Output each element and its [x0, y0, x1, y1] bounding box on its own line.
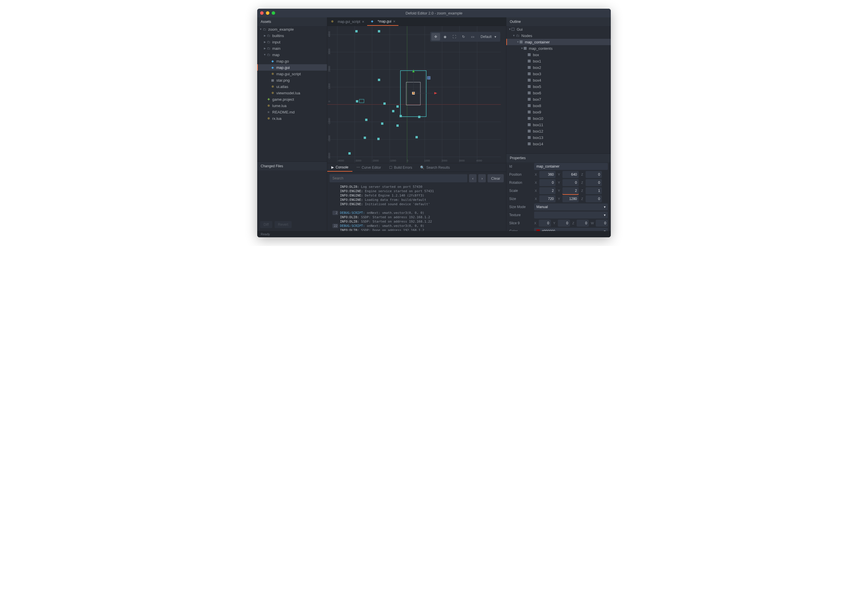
- size-y-input[interactable]: [562, 195, 579, 202]
- texture-dropdown[interactable]: ▾: [534, 211, 608, 219]
- editor-tab-map-gui_script[interactable]: ✲map.gui_script×: [327, 17, 367, 26]
- disclosure-icon[interactable]: ▼: [259, 28, 263, 31]
- tree-item-map-go[interactable]: ◆map.go: [257, 58, 327, 64]
- scene-node[interactable]: [356, 100, 358, 102]
- tree-item-box9[interactable]: box9: [506, 109, 611, 115]
- scene-node[interactable]: [364, 137, 366, 139]
- close-tab-icon[interactable]: ×: [362, 19, 364, 24]
- tree-item-map-gui_script[interactable]: ✲map.gui_script: [257, 71, 327, 77]
- scene-node[interactable]: [377, 138, 379, 140]
- rotation-z-input[interactable]: [586, 179, 602, 186]
- position-x-input[interactable]: [539, 171, 555, 178]
- prop-id-input[interactable]: [534, 163, 608, 170]
- scene-node[interactable]: [396, 105, 399, 108]
- tree-item-rx-lua[interactable]: ✲rx.lua: [257, 115, 327, 121]
- titlebar[interactable]: Defold Editor 2.0 - zoom_example: [257, 9, 611, 17]
- scene-viewport[interactable]: -4000-3000-2000-100001000200030004000 40…: [327, 26, 506, 163]
- tab-search-results[interactable]: 🔍Search Results: [416, 163, 454, 172]
- tree-item-box13[interactable]: box13: [506, 134, 611, 140]
- editor-tab--map-gui[interactable]: ◆*map.gui×: [367, 17, 399, 26]
- tree-item-box4[interactable]: box4: [506, 77, 611, 83]
- console-prev-button[interactable]: ‹: [469, 174, 477, 182]
- device-icon[interactable]: ▭: [468, 33, 477, 40]
- size-z-input[interactable]: [586, 195, 602, 202]
- slice-y-input[interactable]: [558, 220, 570, 226]
- disclosure-icon[interactable]: ▼: [263, 53, 266, 56]
- console-next-button[interactable]: ›: [478, 174, 486, 182]
- tab-curve-editor[interactable]: 〰Curve Editor: [353, 163, 385, 172]
- scene-node[interactable]: [400, 115, 402, 117]
- tree-item-box12[interactable]: box12: [506, 128, 611, 134]
- slice-w-input[interactable]: [596, 220, 608, 226]
- size-x-input[interactable]: [539, 195, 555, 202]
- disclosure-icon[interactable]: ▼: [512, 34, 515, 37]
- scene-node[interactable]: [396, 124, 399, 127]
- viewport-resolution-dropdown[interactable]: Default ▾: [478, 35, 499, 39]
- tab-console[interactable]: ▶Console: [327, 163, 353, 172]
- sizemode-dropdown[interactable]: Manual▾: [534, 203, 608, 210]
- tree-item-input[interactable]: ▶🗀input: [257, 39, 327, 45]
- tree-item-box3[interactable]: box3: [506, 71, 611, 77]
- scene-node[interactable]: [378, 30, 380, 33]
- scene-node[interactable]: [383, 102, 386, 105]
- tree-item-box6[interactable]: box6: [506, 90, 611, 96]
- close-tab-icon[interactable]: ×: [393, 19, 396, 24]
- tree-item-main[interactable]: ▶🗀main: [257, 45, 327, 52]
- tree-item-zoom_example[interactable]: ▼🗀zoom_example: [257, 26, 327, 33]
- console-clear-button[interactable]: Clear: [487, 174, 504, 182]
- diff-button[interactable]: Diff: [260, 221, 272, 228]
- tree-item-viewmodel-lua[interactable]: ✲viewmodel.lua: [257, 90, 327, 96]
- tree-item-Nodes[interactable]: ▼🗀Nodes: [506, 33, 611, 39]
- scale-x-input[interactable]: [539, 187, 555, 194]
- position-y-input[interactable]: [562, 171, 579, 178]
- tree-item-lume-lua[interactable]: ✲lume.lua: [257, 102, 327, 109]
- console-search-input[interactable]: [329, 174, 467, 182]
- disclosure-icon[interactable]: ▼: [516, 40, 520, 43]
- scale-z-input[interactable]: [586, 187, 602, 194]
- tree-item-README-md[interactable]: ≡README.md: [257, 109, 327, 115]
- tree-item-builtins[interactable]: ▶🗀builtins: [257, 33, 327, 39]
- disclosure-icon[interactable]: ▶: [263, 47, 266, 50]
- slice-x-input[interactable]: [539, 220, 551, 226]
- scene-node[interactable]: [355, 30, 357, 33]
- scene-node[interactable]: [348, 152, 351, 155]
- scene-node[interactable]: [415, 136, 418, 138]
- scene-node[interactable]: [365, 119, 368, 121]
- rotation-y-input[interactable]: [562, 179, 579, 186]
- tree-item-box[interactable]: box: [506, 52, 611, 58]
- rotation-x-input[interactable]: [539, 179, 555, 186]
- scene-node[interactable]: [381, 123, 383, 125]
- tree-item-box5[interactable]: box5: [506, 83, 611, 90]
- tree-item-box10[interactable]: box10: [506, 115, 611, 121]
- tree-item-star-png[interactable]: ▦star.png: [257, 77, 327, 83]
- position-z-input[interactable]: [586, 171, 602, 178]
- tree-item-ui-atlas[interactable]: ✲ui.atlas: [257, 83, 327, 90]
- tree-item-box1[interactable]: box1: [506, 58, 611, 64]
- tree-item-map[interactable]: ▼🗀map: [257, 52, 327, 58]
- rotate-tool-icon[interactable]: ◉: [441, 33, 449, 40]
- scene-node[interactable]: [378, 79, 380, 81]
- revert-button[interactable]: Revert: [275, 221, 292, 228]
- tree-item-map_container[interactable]: ▼map_container: [506, 39, 611, 45]
- tree-item-box8[interactable]: box8: [506, 102, 611, 109]
- tree-item-box7[interactable]: box7: [506, 96, 611, 102]
- disclosure-icon[interactable]: ▼: [508, 28, 512, 31]
- move-tool-icon[interactable]: ✥: [431, 33, 440, 40]
- assets-tree[interactable]: ▼🗀zoom_example▶🗀builtins▶🗀input▶🗀main▼🗀m…: [257, 26, 327, 161]
- scene-node[interactable]: [418, 116, 421, 118]
- tree-item-map_contents[interactable]: ▼map_contents: [506, 45, 611, 52]
- scene-node[interactable]: [392, 110, 394, 112]
- console-output[interactable]: INFO:DLIB: Log server started on port 57…: [327, 185, 506, 231]
- tab-build-errors[interactable]: ☐Build Errors: [385, 163, 416, 172]
- tree-item-box14[interactable]: box14: [506, 140, 611, 147]
- outline-tree[interactable]: ▼Gui▼🗀Nodes▼map_container▼map_contentsbo…: [506, 26, 611, 153]
- disclosure-icon[interactable]: ▼: [520, 47, 524, 50]
- scale-tool-icon[interactable]: ⛶: [450, 33, 459, 40]
- tree-item-box2[interactable]: box2: [506, 64, 611, 71]
- color-dropdown[interactable]: #990000▾: [534, 228, 608, 231]
- scale-y-input[interactable]: [562, 187, 579, 194]
- tree-item-map-gui[interactable]: ◆map.gui: [257, 64, 327, 71]
- disclosure-icon[interactable]: ▶: [263, 34, 266, 37]
- slice-z-input[interactable]: [577, 220, 589, 226]
- disclosure-icon[interactable]: ▶: [263, 40, 266, 43]
